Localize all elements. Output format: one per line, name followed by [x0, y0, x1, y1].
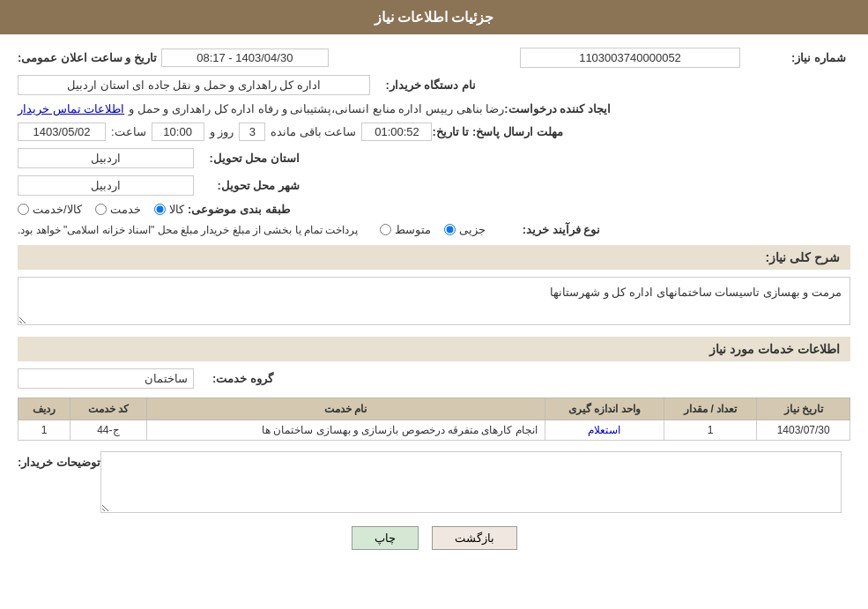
- buyer-notes-textarea[interactable]: [100, 451, 842, 513]
- services-title: اطلاعات خدمات مورد نیاز: [18, 337, 850, 361]
- col-name: نام خدمت: [146, 398, 545, 420]
- city-label: شهر محل تحویل:: [194, 179, 300, 192]
- service-group-value: ساختمان: [18, 368, 194, 389]
- category-kala-radio[interactable]: [154, 204, 166, 215]
- creator-label: ایجاد کننده درخواست:: [504, 102, 611, 115]
- deadline-label: مهلت ارسال پاسخ: تا تاریخ:: [432, 125, 562, 138]
- category-kala-khedmat-label: کالا/خدمت: [33, 203, 82, 216]
- org-name-label: نام دستگاه خریدار:: [370, 78, 476, 92]
- category-khedmat-option[interactable]: خدمت: [95, 203, 141, 216]
- need-desc-textarea[interactable]: [18, 277, 850, 325]
- category-kala-label: کالا: [169, 203, 184, 216]
- category-khedmat-radio[interactable]: [95, 204, 107, 215]
- col-row: ردیف: [19, 398, 70, 420]
- city-row: شهر محل تحویل: اردبیل: [18, 175, 850, 196]
- category-kala-khedmat-radio[interactable]: [18, 204, 29, 215]
- category-kala-khedmat-option[interactable]: کالا/خدمت: [18, 203, 82, 216]
- purchase-jozyi-option[interactable]: جزیی: [444, 223, 486, 236]
- org-name-value: اداره کل راهداری و حمل و نقل جاده ای است…: [18, 75, 370, 95]
- deadline-remaining: 01:00:52: [361, 123, 432, 141]
- page-title: جزئیات اطلاعات نیاز: [375, 10, 494, 25]
- category-label: طبقه بندی موضوعی:: [184, 203, 290, 216]
- col-qty: تعداد / مقدار: [664, 398, 757, 420]
- cell-qty: 1: [664, 420, 757, 441]
- category-kala-option[interactable]: کالا: [154, 203, 184, 216]
- purchase-type-row: نوع فرآیند خرید: متوسط جزیی پرداخت تمام …: [18, 223, 850, 236]
- page-wrapper: جزئیات اطلاعات نیاز شماره نیاز: 11030037…: [0, 0, 868, 609]
- content-area: شماره نیاز: 1103003740000052 1403/04/30 …: [0, 34, 868, 576]
- purchase-type-radio-group: متوسط جزیی: [380, 223, 486, 236]
- deadline-time: 10:00: [152, 123, 204, 141]
- need-desc-section: شرح کلی نیاز: مرمت و بهسازی تاسیسات ساخت…: [18, 245, 850, 328]
- purchase-mutavasset-radio[interactable]: [380, 224, 391, 235]
- buttons-row: بازگشت چاپ: [18, 526, 850, 550]
- purchase-mutavasset-label: متوسط: [395, 223, 431, 236]
- province-row: استان محل تحویل: اردبیل: [18, 148, 850, 168]
- cell-date: 1403/07/30: [757, 420, 850, 441]
- need-desc-area: مرمت و بهسازی تاسیسات ساختمانهای اداره ک…: [18, 277, 850, 328]
- service-group-row: گروه خدمت: ساختمان: [18, 368, 850, 389]
- col-date: تاریخ نیاز: [757, 398, 850, 420]
- purchase-jozyi-radio[interactable]: [444, 224, 456, 235]
- need-number-row: شماره نیاز: 1103003740000052 1403/04/30 …: [18, 48, 850, 68]
- services-table: تاریخ نیاز تعداد / مقدار واحد اندازه گیر…: [18, 397, 850, 441]
- cell-unit: استعلام: [545, 420, 664, 441]
- back-button[interactable]: بازگشت: [432, 526, 517, 550]
- category-khedmat-label: خدمت: [110, 203, 141, 216]
- purchase-mutavasset-option[interactable]: متوسط: [380, 223, 431, 236]
- buyer-notes-label: توضیحات خریدار:: [18, 451, 100, 469]
- deadline-date: 1403/05/02: [18, 123, 106, 141]
- buyer-notes-section: توضیحات خریدار:: [18, 451, 850, 513]
- service-group-label: گروه خدمت:: [203, 372, 273, 385]
- page-header: جزئیات اطلاعات نیاز: [0, 0, 868, 34]
- creator-value: رضا بناهی رییس اداره منابع انسانی،پشتیبا…: [129, 102, 504, 115]
- deadline-days: 3: [239, 123, 265, 141]
- category-row: طبقه بندی موضوعی: کالا/خدمت خدمت کالا: [18, 203, 850, 216]
- deadline-time-label: ساعت:: [111, 125, 146, 138]
- province-value: اردبیل: [18, 148, 194, 168]
- cell-name: انجام کارهای متفرقه درخصوص بازسازی و بهس…: [146, 420, 545, 441]
- col-code: کد خدمت: [70, 398, 146, 420]
- cell-row: 1: [19, 420, 70, 441]
- category-radio-group: کالا/خدمت خدمت کالا: [18, 203, 184, 216]
- announce-date-label: تاریخ و ساعت اعلان عمومی:: [18, 51, 157, 64]
- purchase-type-label: نوع فرآیند خرید:: [494, 223, 600, 236]
- need-number-label: شماره نیاز:: [740, 51, 846, 64]
- province-label: استان محل تحویل:: [194, 152, 300, 165]
- creator-row: ایجاد کننده درخواست: رضا بناهی رییس ادار…: [18, 102, 850, 115]
- purchase-note: پرداخت تمام یا بخشی از مبلغ خریدار مبلغ …: [18, 224, 358, 236]
- cell-code: ج-44: [70, 420, 146, 441]
- purchase-jozyi-label: جزیی: [459, 223, 486, 236]
- deadline-row: مهلت ارسال پاسخ: تا تاریخ: 1403/05/02 سا…: [18, 123, 850, 141]
- deadline-remaining-label: ساعت باقی مانده: [271, 125, 356, 138]
- need-desc-title: شرح کلی نیاز:: [18, 245, 850, 270]
- creator-link[interactable]: اطلاعات تماس خریدار: [18, 102, 124, 115]
- need-number-value: 1103003740000052: [520, 48, 740, 68]
- print-button[interactable]: چاپ: [352, 526, 419, 550]
- table-row: 1403/07/30 1 استعلام انجام کارهای متفرقه…: [19, 420, 850, 441]
- col-unit: واحد اندازه گیری: [545, 398, 664, 420]
- announce-date-value: 1403/04/30 - 08:17: [161, 48, 329, 67]
- org-name-row: نام دستگاه خریدار: اداره کل راهداری و حم…: [18, 75, 850, 95]
- city-value: اردبیل: [18, 175, 194, 196]
- deadline-days-label: روز و: [210, 125, 234, 138]
